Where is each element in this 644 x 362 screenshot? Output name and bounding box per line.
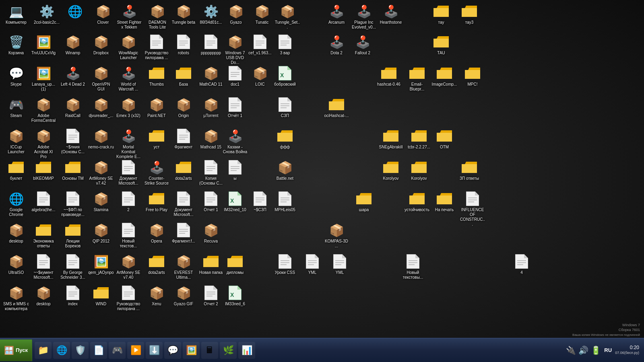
taskbar-folder[interactable]: 📁 xyxy=(35,342,52,359)
desktop-icon-yml[interactable]: YML xyxy=(298,252,327,277)
desktop-icon-bp_pravo[interactable]: ~~$ФП по правоведе... xyxy=(58,189,87,219)
desktop-icon-ociHashcat[interactable]: ociHashcat-... xyxy=(322,95,351,120)
desktop-icon-paintnet[interactable]: 📦Paint.NET xyxy=(142,95,171,120)
desktop-icon-novyy[interactable]: Новый текстов... xyxy=(114,220,143,250)
desktop-icon-qip2012[interactable]: 📦QIP 2012 xyxy=(87,220,116,245)
desktop-icon-mortalkombat[interactable]: 🕹️Mortal Kombat Komplete E... xyxy=(114,126,143,161)
desktop-icon-otm[interactable]: ОТМ xyxy=(430,126,459,151)
desktop-icon-3war[interactable]: 3 вар xyxy=(270,32,299,57)
taskbar-utorrent[interactable]: ⬇️ xyxy=(146,342,163,359)
desktop-icon-korzina[interactable]: 🗑️Корзина xyxy=(2,32,31,57)
desktop-icon-lekcii[interactable]: Лекции Бореков xyxy=(58,220,87,250)
taskbar-antivirus[interactable]: 🛡️ xyxy=(72,342,89,359)
desktop-icon-plagueinc[interactable]: 🕹️Plague Inc Evolved_v0... xyxy=(349,2,378,31)
desktop-icon-desktop2[interactable]: 📦desktop xyxy=(29,283,58,308)
desktop-icon-ust[interactable]: уст xyxy=(142,126,171,151)
desktop-icon-influence[interactable]: INFLUENCE OF CONSTRUC... xyxy=(458,189,487,228)
desktop-icon-gyazo[interactable]: 📦Gyazo xyxy=(221,2,250,27)
desktop-icon-2_doc[interactable]: 2 xyxy=(114,189,143,214)
desktop-icon-xkument[interactable]: ~~$кумент Microsoft... xyxy=(29,252,58,282)
desktop-icon-fragment_f[interactable]: Фрагмент.f... xyxy=(169,220,198,245)
desktop-icon-document[interactable]: Документ Microsoft... xyxy=(114,158,143,187)
desktop-icon-streetfighter[interactable]: 🕹️Street Fighter x Tekken xyxy=(115,2,144,31)
desktop-icon-rukovodstvo2[interactable]: Руководство пилорана ... xyxy=(114,283,143,313)
taskbar-acrobat[interactable]: 📄 xyxy=(90,342,107,359)
desktop-icon-skype[interactable]: 💬Skype xyxy=(2,64,31,88)
start-button[interactable]: 🪟 Пуск xyxy=(0,339,32,361)
desktop-icon-csgo[interactable]: 🕹️Counter-Strike Source xyxy=(142,158,171,187)
desktop-icon-mphieis[interactable]: MPHLeis05 xyxy=(270,189,299,214)
desktop-icon-fallout2[interactable]: 🕹️Fallout 2 xyxy=(348,32,377,57)
desktop-icon-tunngle[interactable]: 📦Tunngle beta xyxy=(169,2,198,27)
desktop-icon-tunngleset[interactable]: 📦Tunngle_Set... xyxy=(273,2,302,31)
desktop-icon-linia[interactable]: ~$лния (Основы С... xyxy=(58,126,87,156)
desktop-icon-raidcall[interactable]: 📦RaidCall xyxy=(58,95,87,120)
desktop-icon-ekonomika[interactable]: Экономика ответы xyxy=(29,220,58,250)
desktop-icon-winamp[interactable]: 📦Winamp xyxy=(58,32,87,57)
desktop-icon-2col[interactable]: ⚙️2col-basic2c... xyxy=(32,2,61,27)
desktop-icon-tcbr[interactable]: tcbr-2.2.27... xyxy=(405,126,433,151)
desktop-icon-computer[interactable]: 💻Компьютер xyxy=(2,2,31,27)
desktop-icon-kazaki[interactable]: 🕹️Казаки - Снова Война xyxy=(221,126,250,156)
desktop-icon-iccup[interactable]: 📦ICCup Launcher xyxy=(2,126,31,156)
desktop-icon-baza[interactable]: База xyxy=(169,64,198,88)
desktop-icon-tau_folder[interactable]: ТАU xyxy=(427,32,456,57)
desktop-icon-lanaya[interactable]: 🖼️Lanaya_up... (1) xyxy=(29,64,58,93)
taskbar-chrome[interactable]: 🌐 xyxy=(53,342,70,359)
desktop-icon-emailbluepr[interactable]: Email-Blueрr... xyxy=(402,64,431,93)
desktop-icon-qem[interactable]: 🖼️qem_jAOynpo xyxy=(87,252,116,277)
tray-icon-sound[interactable]: 🔊 xyxy=(578,346,588,355)
desktop-icon-thumbs[interactable]: Thumbs xyxy=(142,64,171,88)
desktop-icon-3p_otvety[interactable]: ЗП ответы xyxy=(455,158,484,183)
desktop-icon-wowmagic[interactable]: 📦WowMagic Launcher xyxy=(114,32,143,62)
desktop-icon-czp[interactable]: СЗП xyxy=(270,95,299,120)
desktop-icon-fragment[interactable]: Фрагмент xyxy=(169,126,198,151)
language-indicator[interactable]: RU xyxy=(604,347,612,353)
desktop-icon-battlenet[interactable]: 📦Battle.net xyxy=(270,158,299,183)
desktop-icon-robots[interactable]: robots xyxy=(169,32,198,57)
taskbar-calculator[interactable]: 🖩 xyxy=(201,342,218,359)
desktop-icon-artmoney2[interactable]: 📦ArtMoney SE v7.40 xyxy=(114,252,143,282)
desktop-icon-ustoychivost[interactable]: устойчивость xyxy=(402,189,431,214)
desktop-icon-desktop_ico[interactable]: 📦desktop xyxy=(2,220,31,245)
desktop-icon-chrome1[interactable]: 🌐 xyxy=(60,2,89,22)
desktop-icon-xenu[interactable]: 📦Xenu xyxy=(142,283,171,308)
tray-icon-network[interactable]: 🔌 xyxy=(566,346,576,355)
desktop-icon-im33ned6[interactable]: X IM33ned_6 xyxy=(221,283,250,308)
desktop-icon-freetoplay[interactable]: Free to Play xyxy=(142,189,171,214)
desktop-icon-artmoney[interactable]: 📦ArtMoney SE v7.42 xyxy=(87,158,116,187)
desktop-icon-ultraiso[interactable]: 📦UltraISO xyxy=(2,252,31,277)
desktop-icon-hashcat[interactable]: hashcat-0.46 xyxy=(374,64,403,88)
taskbar-skype[interactable]: 💬 xyxy=(164,342,181,359)
desktop-icon-tau2[interactable]: тау3 xyxy=(455,2,484,27)
desktop-icon-sms[interactable]: 📦SMS и MMS с компьютера xyxy=(2,283,31,313)
desktop-icon-buklet[interactable]: буклет xyxy=(2,158,31,183)
desktop-icon-rukovodstvo[interactable]: Руководство пилорама ... xyxy=(142,32,171,62)
desktop-icon-imagecomp[interactable]: ImageComp... xyxy=(430,64,459,88)
desktop-icon-stamina[interactable]: 📦Stamina xyxy=(87,189,116,214)
desktop-icon-hearthstone[interactable]: 🕹️Hearthstone xyxy=(376,2,405,27)
desktop-icon-wind[interactable]: WIND xyxy=(87,283,116,308)
desktop-icon-trvujuc[interactable]: 🖼️TrvUJUCxVlg xyxy=(29,32,58,57)
desktop-icon-adobeforms[interactable]: 📦Adobe FormsCentral xyxy=(29,95,58,125)
desktop-icon-document_ms[interactable]: Документ Microsoft... xyxy=(169,189,198,219)
desktop-icon-openvpn[interactable]: 📦OpenVPN GUI xyxy=(87,64,116,93)
desktop-icon-y_text[interactable]: ы xyxy=(221,158,250,183)
desktop-icon-tunatic[interactable]: 📦Tunatic xyxy=(248,2,277,27)
taskbar-game[interactable]: 🎮 xyxy=(109,342,126,359)
desktop-icon-mpc[interactable]: MPC! xyxy=(458,64,487,88)
desktop-icon-djvureader[interactable]: 📦djvureader_... xyxy=(87,95,116,120)
taskbar-excel[interactable]: 📊 xyxy=(238,342,255,359)
desktop-icon-napchat[interactable]: На печать xyxy=(430,189,459,214)
desktop-icon-dropbox[interactable]: 📦Dropbox xyxy=(87,32,116,57)
desktop-icon-dota2arts2[interactable]: dota2arts xyxy=(142,252,171,277)
desktop-icon-adobeacrobat[interactable]: 📦Adobe Acrobat XI Pro xyxy=(29,126,58,161)
desktop-icon-recuva[interactable]: 📦Recuva xyxy=(196,220,225,245)
desktop-icon-opera[interactable]: 📦Opera xyxy=(142,220,171,245)
desktop-icon-dota2[interactable]: 🕹️Dota 2 xyxy=(322,32,351,57)
desktop-icon-fff[interactable]: ффф xyxy=(270,126,299,151)
desktop-icon-snegabrakill[interactable]: SNEgAbrakill xyxy=(376,126,405,151)
desktop-icon-otchet1[interactable]: Отчёт 1 xyxy=(221,95,250,120)
desktop-icon-dota2arts[interactable]: dota2arts xyxy=(169,158,198,183)
desktop-icon-korolyov1[interactable]: Korolyov xyxy=(376,158,405,183)
